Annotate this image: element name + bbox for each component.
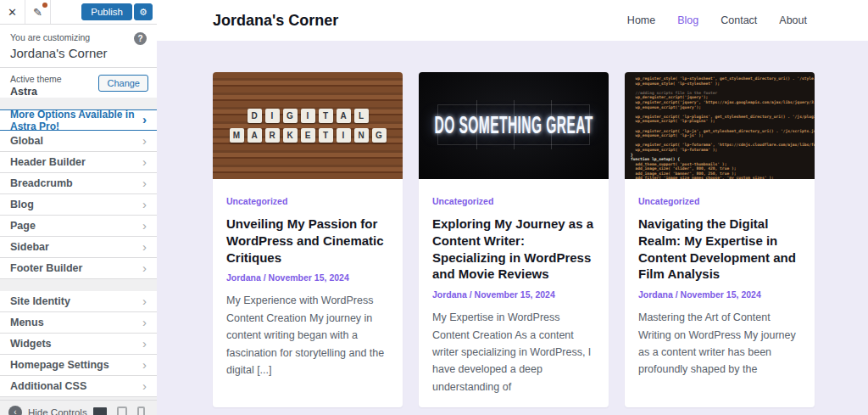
- site-header: Jordana's Corner Home Blog Contact About: [157, 0, 868, 41]
- post-card-3: wp_register_style( 'lp-stylesheet', get_…: [625, 72, 815, 407]
- chevron-right-icon: ›: [142, 240, 147, 253]
- customizing-label: You are customizing: [10, 32, 147, 42]
- post-excerpt: My Experience with WordPress Content Cre…: [226, 292, 389, 379]
- post-title-link[interactable]: Navigating the Digital Realm: My Experti…: [638, 216, 801, 283]
- collapse-icon[interactable]: ‹: [8, 406, 22, 415]
- chevron-right-icon: ›: [142, 177, 147, 189]
- sidebar-item-widgets[interactable]: Widgets›: [0, 334, 157, 355]
- help-icon[interactable]: ?: [134, 32, 147, 45]
- sidebar-item-site-identity[interactable]: Site Identity›: [0, 291, 157, 312]
- sidebar-item-footer-builder[interactable]: Footer Builder›: [0, 258, 157, 279]
- chevron-right-icon: ›: [142, 155, 147, 168]
- post-thumbnail-code-editor[interactable]: wp_register_style( 'lp-stylesheet', get_…: [625, 72, 815, 179]
- sidebar-item-homepage-settings[interactable]: Homepage Settings›: [0, 355, 157, 376]
- device-preview-toggles: [93, 407, 145, 415]
- post-excerpt: Mastering the Art of Content Writing on …: [638, 309, 801, 379]
- nav-link-home[interactable]: Home: [627, 14, 655, 26]
- change-theme-button[interactable]: Change: [98, 75, 148, 92]
- chevron-right-icon: ›: [142, 294, 147, 307]
- mobile-icon[interactable]: [137, 407, 145, 415]
- sidebar-item-menus[interactable]: Menus›: [0, 312, 157, 334]
- chevron-right-icon: ›: [142, 113, 147, 126]
- tablet-icon[interactable]: [117, 407, 127, 415]
- panel-divider: [0, 279, 157, 291]
- notification-dot: [42, 3, 47, 8]
- desktop-icon[interactable]: [93, 407, 107, 415]
- post-card-2: DO SOMETHING GREAT Uncategorized Explori…: [419, 72, 609, 407]
- publish-settings-button[interactable]: ⚙: [134, 3, 153, 20]
- site-title[interactable]: Jordana's Corner: [213, 12, 627, 30]
- chevron-right-icon: ›: [142, 358, 147, 371]
- sidebar-item-global[interactable]: Global›: [0, 131, 157, 152]
- post-grid: DIGITAL MARKETING Uncategorized Unveilin…: [157, 41, 868, 415]
- chevron-right-icon: ›: [142, 261, 147, 274]
- site-nav: Home Blog Contact About: [627, 14, 807, 26]
- post-thumbnail-digital-marketing[interactable]: DIGITAL MARKETING: [213, 72, 403, 179]
- active-theme-panel: Active theme Astra Change: [0, 67, 157, 98]
- customizer-footer: ‹ Hide Controls: [0, 400, 157, 415]
- letter-tiles-row: MARKETING: [230, 128, 387, 143]
- letter-tiles-row: DIGITAL: [248, 109, 369, 123]
- post-title-link[interactable]: Unveiling My Passion for WordPress and C…: [226, 216, 389, 266]
- customizer-app: ✕ ✎ Publish ⚙ You are customizing Jordan…: [0, 0, 868, 415]
- post-card-1: DIGITAL MARKETING Uncategorized Unveilin…: [213, 72, 403, 407]
- post-meta[interactable]: Jordana / November 15, 2024: [226, 272, 389, 283]
- close-customizer-button[interactable]: ✕: [0, 0, 25, 24]
- sidebar-item-additional-css[interactable]: Additional CSS›: [0, 376, 157, 397]
- nav-link-blog[interactable]: Blog: [677, 14, 698, 26]
- post-excerpt: My Expertise in WordPress Content Creati…: [432, 309, 595, 395]
- post-thumbnail-neon-sign[interactable]: DO SOMETHING GREAT: [419, 72, 609, 179]
- nav-link-about[interactable]: About: [779, 14, 807, 26]
- chevron-right-icon: ›: [142, 134, 147, 147]
- post-card-body: Uncategorized Unveiling My Passion for W…: [213, 179, 403, 390]
- customizing-site-name: Jordana's Corner: [10, 46, 147, 60]
- customizer-topbar: ✕ ✎ Publish ⚙: [0, 0, 157, 25]
- chevron-right-icon: ›: [142, 219, 147, 232]
- site-preview: Jordana's Corner Home Blog Contact About…: [157, 0, 868, 415]
- neon-sign-text: DO SOMETHING GREAT: [434, 111, 593, 140]
- customizing-info-panel: You are customizing Jordana's Corner ?: [0, 25, 157, 67]
- hide-controls-label[interactable]: Hide Controls: [28, 407, 93, 415]
- chevron-right-icon: ›: [142, 316, 147, 328]
- publish-button[interactable]: Publish: [81, 3, 132, 20]
- chevron-right-icon: ›: [142, 337, 147, 350]
- gear-icon: ⚙: [139, 7, 147, 17]
- post-title-link[interactable]: Exploring My Journey as a Content Writer…: [432, 216, 595, 283]
- chevron-right-icon: ›: [142, 198, 147, 210]
- astra-pro-promo-link[interactable]: More Options Available in Astra Pro! ›: [0, 109, 157, 131]
- category-link[interactable]: Uncategorized: [226, 196, 287, 206]
- sidebar-item-header-builder[interactable]: Header Builder›: [0, 152, 157, 173]
- post-card-body: Uncategorized Exploring My Journey as a …: [419, 179, 609, 407]
- nav-link-contact[interactable]: Contact: [721, 14, 757, 26]
- category-link[interactable]: Uncategorized: [638, 196, 699, 206]
- post-meta[interactable]: Jordana / November 15, 2024: [432, 289, 595, 300]
- topbar-spacer: [51, 0, 81, 24]
- sidebar-item-breadcrumb[interactable]: Breadcrumb›: [0, 173, 157, 194]
- category-link[interactable]: Uncategorized: [432, 196, 493, 206]
- close-icon: ✕: [8, 6, 17, 19]
- edit-shortcuts-button[interactable]: ✎: [25, 0, 51, 24]
- pencil-icon: ✎: [33, 6, 42, 19]
- sidebar-item-sidebar[interactable]: Sidebar›: [0, 237, 157, 258]
- post-card-body: Uncategorized Navigating the Digital Rea…: [625, 179, 815, 390]
- sidebar-item-blog[interactable]: Blog›: [0, 194, 157, 216]
- customizer-sidebar: ✕ ✎ Publish ⚙ You are customizing Jordan…: [0, 0, 157, 415]
- post-meta[interactable]: Jordana / November 15, 2024: [638, 289, 801, 300]
- chevron-right-icon: ›: [142, 379, 147, 392]
- sidebar-item-page[interactable]: Page›: [0, 216, 157, 237]
